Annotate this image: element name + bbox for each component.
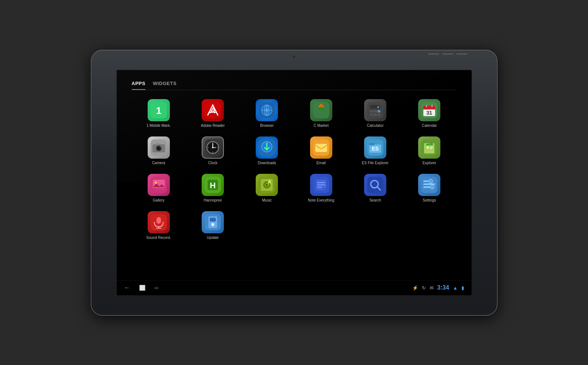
svg-text:1: 1 <box>156 105 161 116</box>
svg-rect-32 <box>431 105 433 107</box>
cmarket-icon-svg <box>313 102 329 118</box>
esfile-icon-svg: ES <box>367 139 383 156</box>
app-downloads[interactable]: Downloads <box>240 134 294 168</box>
gallery-icon-svg <box>151 177 167 193</box>
app-explorer[interactable]: Explorer <box>402 134 456 168</box>
tab-apps[interactable]: APPS <box>132 78 153 90</box>
svg-rect-24 <box>374 114 377 116</box>
app-browser[interactable]: Browser <box>240 96 294 131</box>
app-icon-music <box>256 174 278 196</box>
volume-button-2[interactable] <box>456 53 467 55</box>
svg-text:H: H <box>210 181 216 190</box>
app-label-gallery: Gallery <box>153 198 165 202</box>
camera-icon-svg <box>151 139 167 156</box>
power-button[interactable] <box>428 53 439 55</box>
svg-rect-84 <box>367 177 383 193</box>
settings-icon-svg <box>421 177 437 193</box>
tab-widgets[interactable]: WIDGETS <box>153 78 184 90</box>
clock-icon-svg <box>205 139 221 156</box>
nav-buttons: ← ⬜ ▭ <box>124 284 158 291</box>
app-label-browser: Browser <box>260 124 274 128</box>
status-time: 3:34 <box>437 284 449 291</box>
app-music[interactable]: Music <box>240 171 294 205</box>
app-label-music: Music <box>262 198 272 202</box>
svg-text:+: + <box>377 105 379 109</box>
svg-rect-96 <box>157 217 161 224</box>
app-label-update: Update <box>207 236 219 240</box>
front-camera <box>293 55 295 58</box>
svg-point-15 <box>320 104 322 106</box>
svg-rect-88 <box>423 183 435 185</box>
app-calendar[interactable]: 31 Calendar <box>402 96 456 131</box>
usb-icon: ⚡ <box>412 285 418 291</box>
app-search[interactable]: Search <box>348 171 402 205</box>
wifi-icon: ▲ <box>453 285 458 291</box>
svg-text:ES: ES <box>372 146 379 152</box>
drawer-tabs: APPS WIDGETS <box>132 78 457 90</box>
app-icon-hannspree: H <box>202 174 224 196</box>
tablet-screen: APPS WIDGETS 1 1 Mobile Mark <box>117 70 472 295</box>
app-label-search: Search <box>369 198 381 202</box>
app-icon-update <box>202 211 224 233</box>
app-label-cmarket: C Market <box>313 124 329 128</box>
svg-rect-31 <box>426 105 427 107</box>
app-label-calculator: Calculator <box>367 124 383 128</box>
app-grid: 1 1 Mobile Mark. A Ad <box>132 96 457 243</box>
svg-rect-25 <box>377 114 380 116</box>
app-hannspree[interactable]: H Hannspree <box>186 171 240 205</box>
app-calculator[interactable]: - + Calculator <box>348 96 402 131</box>
svg-point-62 <box>427 146 429 149</box>
app-esfile[interactable]: ES ES File Explorer <box>348 134 402 168</box>
downloads-icon-svg <box>259 139 275 156</box>
app-label-adobe: Adobe Reader <box>201 124 225 128</box>
soundrecord-icon-svg <box>151 214 167 230</box>
app-icon-explorer <box>418 136 440 159</box>
adobe-icon-svg: A <box>205 102 221 118</box>
app-soundrecord[interactable]: Sound Record. <box>132 208 186 243</box>
svg-rect-20 <box>370 110 373 112</box>
app-adobe[interactable]: A Adobe Reader <box>186 96 240 131</box>
app-clock[interactable]: Clock <box>186 134 240 168</box>
app-icon-esfile: ES <box>364 136 386 159</box>
battery-icon: ▮ <box>461 285 464 291</box>
app-email[interactable]: Email <box>294 134 348 168</box>
browser-icon-svg <box>259 102 275 118</box>
nav-home-button[interactable]: ⬜ <box>139 285 145 291</box>
app-label-downloads: Downloads <box>258 161 276 165</box>
app-label-clock: Clock <box>208 161 217 165</box>
svg-point-91 <box>431 186 433 188</box>
email-icon-svg <box>313 139 329 156</box>
svg-rect-58 <box>369 143 374 145</box>
nav-recent-button[interactable]: ▭ <box>154 285 158 290</box>
app-label-camera: Camera <box>152 161 165 165</box>
app-icon-calendar: 31 <box>418 99 440 121</box>
app-icon-1mobile: 1 <box>148 99 170 121</box>
tablet-device: APPS WIDGETS 1 1 Mobile Mark <box>91 50 498 316</box>
tab-divider <box>132 90 457 90</box>
app-update[interactable]: Update <box>186 208 240 243</box>
app-label-calendar: Calendar <box>422 124 437 128</box>
hannspree-icon-svg: H <box>205 177 221 193</box>
app-icon-gallery <box>148 174 170 196</box>
app-label-1mobile: 1 Mobile Mark. <box>147 124 171 128</box>
app-note[interactable]: Note Everything <box>294 171 348 205</box>
note-icon-svg <box>313 177 329 193</box>
volume-button[interactable] <box>442 53 453 55</box>
app-icon-note <box>310 174 332 196</box>
nav-back-button[interactable]: ← <box>124 284 130 291</box>
svg-rect-55 <box>315 144 327 152</box>
app-label-hannspree: Hannspree <box>204 198 222 202</box>
app-camera[interactable]: Camera <box>132 134 186 168</box>
app-1mobile[interactable]: 1 1 Mobile Mark. <box>132 96 186 131</box>
status-bar: ← ⬜ ▭ ⚡ ↻ ✉ 3:34 ▲ ▮ <box>117 280 471 295</box>
app-icon-camera <box>148 136 170 159</box>
app-cmarket[interactable]: C Market <box>294 96 348 131</box>
1mobile-icon-svg: 1 <box>151 102 167 118</box>
calendar-icon-svg: 31 <box>421 102 437 118</box>
sync-icon: ↻ <box>422 285 426 291</box>
app-icon-clock <box>202 136 224 159</box>
app-label-note: Note Everything <box>308 198 334 202</box>
app-gallery[interactable]: Gallery <box>132 171 186 205</box>
app-settings[interactable]: Settings <box>402 171 456 205</box>
svg-point-38 <box>158 147 160 149</box>
